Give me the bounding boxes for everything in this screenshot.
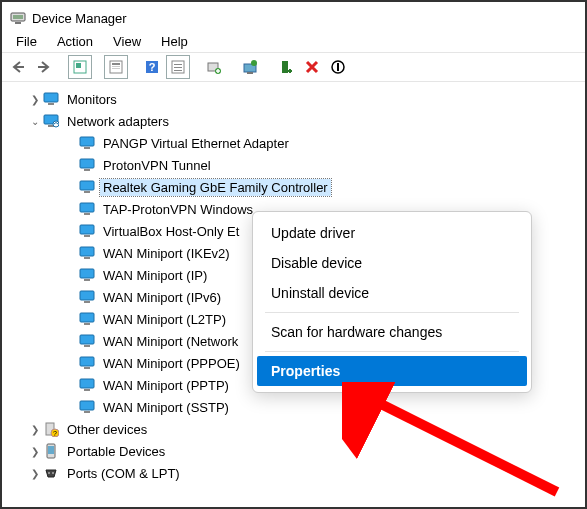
portable-device-icon: [42, 442, 60, 460]
menu-help[interactable]: Help: [153, 32, 196, 51]
properties-button[interactable]: [104, 55, 128, 79]
network-adapter-icon: [78, 222, 96, 240]
svg-rect-52: [84, 411, 90, 413]
tree-node-adapter[interactable]: PANGP Virtual Ethernet Adapter: [10, 132, 585, 154]
monitor-icon: [42, 90, 60, 108]
tree-node-adapter[interactable]: ProtonVPN Tunnel: [10, 154, 585, 176]
svg-rect-42: [84, 301, 90, 303]
svg-rect-41: [80, 291, 94, 300]
tree-label: VirtualBox Host-Only Et: [100, 223, 242, 240]
back-button[interactable]: [6, 55, 30, 79]
svg-rect-49: [80, 379, 94, 388]
menu-view[interactable]: View: [105, 32, 149, 51]
update-driver-button[interactable]: [238, 55, 262, 79]
menu-file[interactable]: File: [8, 32, 45, 51]
help-button[interactable]: ?: [140, 55, 164, 79]
context-menu-update-driver[interactable]: Update driver: [257, 218, 527, 248]
svg-rect-44: [84, 323, 90, 325]
chevron-right-icon[interactable]: ❯: [28, 446, 42, 457]
svg-rect-30: [84, 169, 90, 171]
svg-rect-47: [80, 357, 94, 366]
svg-rect-13: [174, 67, 182, 68]
svg-rect-4: [76, 63, 81, 68]
network-adapter-icon: [78, 398, 96, 416]
svg-point-58: [48, 472, 50, 474]
tree-label: ProtonVPN Tunnel: [100, 157, 214, 174]
svg-rect-33: [80, 203, 94, 212]
tree-label: WAN Miniport (Network: [100, 333, 241, 350]
tree-label: PANGP Virtual Ethernet Adapter: [100, 135, 292, 152]
tree-label: WAN Miniport (PPTP): [100, 377, 232, 394]
tree-label: Realtek Gaming GbE Family Controller: [100, 179, 331, 196]
svg-rect-20: [282, 61, 288, 73]
device-manager-icon: [10, 10, 26, 26]
svg-rect-12: [174, 64, 182, 65]
svg-rect-8: [112, 68, 120, 69]
svg-rect-28: [84, 147, 90, 149]
svg-rect-34: [84, 213, 90, 215]
scan-hardware-button[interactable]: [202, 55, 226, 79]
tree-label: WAN Miniport (PPPOE): [100, 355, 243, 372]
tree-node-other-devices[interactable]: ❯ ? Other devices: [10, 418, 585, 440]
menu-action[interactable]: Action: [49, 32, 101, 51]
tree-label: TAP-ProtonVPN Windows: [100, 201, 256, 218]
svg-rect-39: [80, 269, 94, 278]
tree-node-adapter[interactable]: WAN Miniport (SSTP): [10, 396, 585, 418]
forward-button[interactable]: [32, 55, 56, 79]
tree-label: WAN Miniport (IP): [100, 267, 210, 284]
svg-rect-51: [80, 401, 94, 410]
tree-node-ports[interactable]: ❯ Ports (COM & LPT): [10, 462, 585, 484]
svg-rect-38: [84, 257, 90, 259]
svg-text:?: ?: [53, 430, 57, 437]
tree-label: Ports (COM & LPT): [64, 465, 183, 482]
svg-rect-22: [44, 93, 58, 102]
other-devices-icon: ?: [42, 420, 60, 438]
svg-rect-48: [84, 367, 90, 369]
svg-text:?: ?: [149, 61, 156, 73]
chevron-down-icon[interactable]: ⌄: [28, 116, 42, 127]
chevron-right-icon[interactable]: ❯: [28, 468, 42, 479]
network-adapter-icon: [78, 178, 96, 196]
network-adapter-icon: [78, 156, 96, 174]
menubar: File Action View Help: [2, 30, 585, 52]
titlebar: Device Manager: [2, 2, 585, 30]
tree-node-monitors[interactable]: ❯ Monitors: [10, 88, 585, 110]
svg-point-19: [251, 60, 257, 66]
svg-rect-37: [80, 247, 94, 256]
svg-rect-29: [80, 159, 94, 168]
enable-device-button[interactable]: [274, 55, 298, 79]
action-list-button[interactable]: [166, 55, 190, 79]
tree-node-portable-devices[interactable]: ❯ Portable Devices: [10, 440, 585, 462]
show-hidden-button[interactable]: [68, 55, 92, 79]
svg-rect-43: [80, 313, 94, 322]
tree-label: WAN Miniport (L2TP): [100, 311, 229, 328]
toolbar: ?: [2, 52, 585, 82]
svg-rect-18: [247, 72, 253, 74]
tree-node-network-adapters[interactable]: ⌄ Network adapters: [10, 110, 585, 132]
context-menu-separator: [265, 351, 519, 352]
svg-rect-35: [80, 225, 94, 234]
disable-device-button[interactable]: [326, 55, 350, 79]
network-adapter-icon: [78, 200, 96, 218]
ports-icon: [42, 464, 60, 482]
context-menu-separator: [265, 312, 519, 313]
svg-rect-57: [48, 446, 54, 454]
chevron-right-icon[interactable]: ❯: [28, 94, 42, 105]
tree-label: WAN Miniport (IKEv2): [100, 245, 233, 262]
svg-rect-31: [80, 181, 94, 190]
network-adapter-icon: [78, 288, 96, 306]
context-menu-scan[interactable]: Scan for hardware changes: [257, 317, 527, 347]
svg-rect-36: [84, 235, 90, 237]
svg-rect-40: [84, 279, 90, 281]
network-adapter-icon: [78, 244, 96, 262]
uninstall-device-button[interactable]: [300, 55, 324, 79]
tree-node-adapter-selected[interactable]: Realtek Gaming GbE Family Controller: [10, 176, 585, 198]
svg-rect-1: [13, 15, 23, 19]
tree-label: Portable Devices: [64, 443, 168, 460]
svg-rect-2: [15, 22, 21, 24]
context-menu-uninstall-device[interactable]: Uninstall device: [257, 278, 527, 308]
context-menu-properties[interactable]: Properties: [257, 356, 527, 386]
chevron-right-icon[interactable]: ❯: [28, 424, 42, 435]
network-adapter-icon: [78, 310, 96, 328]
context-menu-disable-device[interactable]: Disable device: [257, 248, 527, 278]
